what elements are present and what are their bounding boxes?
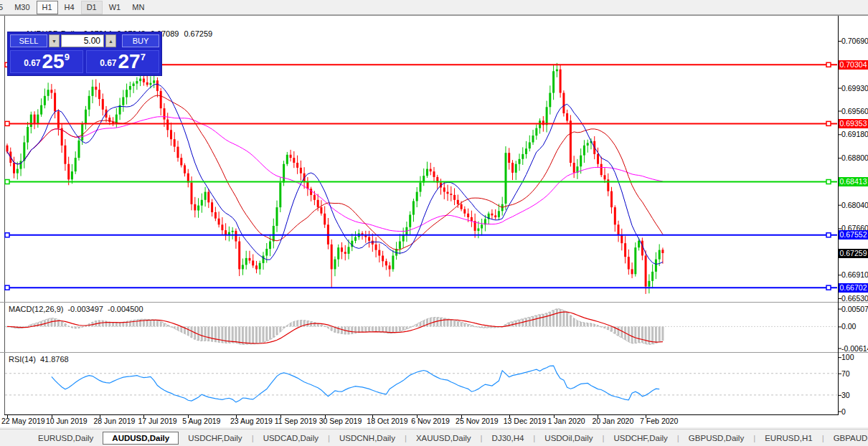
price-level-badge: 0.70304	[839, 60, 868, 70]
rsi-axis-label: 0	[841, 407, 846, 416]
rsi-value: 41.8768	[40, 355, 69, 364]
chart-tab-usdoil-daily[interactable]: USDOil,Daily	[535, 432, 602, 445]
date-label: 6 Nov 2019	[411, 417, 450, 425]
rsi-label: RSI(14)41.8768	[9, 355, 73, 364]
chart-tab-gbpusd-daily[interactable]: GBPUSD,Daily	[679, 432, 753, 445]
y-axis-tick-label: 0.70690	[841, 37, 868, 45]
y-axis-tick-label: 0.66530	[841, 294, 868, 303]
candlestick-series	[6, 63, 664, 294]
one-click-trading-panel: SELL ▼ ▲ BUY 0.67 25 9 0.67 27 7	[7, 32, 162, 76]
chart-tab-eurusd-h1[interactable]: EURUSD,H1	[755, 432, 821, 445]
y-axis-tick-label: 0.66910	[841, 270, 868, 279]
bid-quote-button[interactable]: 0.67 25 9	[10, 50, 83, 73]
rsi-line	[52, 366, 659, 402]
date-label: 28 Jun 2019	[94, 417, 136, 425]
macd-label: MACD(12,26,9)-0.003497-0.004500	[9, 305, 148, 313]
axis-tick-marks	[8, 42, 842, 419]
date-label: 7 Feb 2020	[640, 417, 678, 425]
date-label: 23 Aug 2019	[230, 417, 273, 425]
date-label: 1 Jan 2020	[548, 417, 585, 425]
chart-tab-usdchf-daily[interactable]: USDCHF,Daily	[604, 432, 676, 445]
ma-mid-line	[7, 95, 663, 250]
y-axis-tick-label: 0.68800	[841, 153, 868, 162]
chart-tab-usdcad-daily[interactable]: USDCAD,Daily	[254, 432, 328, 445]
chart-tab-eurusd-daily[interactable]: EURUSD,Daily	[29, 432, 103, 445]
macd-title: MACD(12,26,9)	[9, 305, 63, 313]
ask-price-big: 27	[118, 52, 140, 71]
macd-axis-label: -0.006148	[841, 344, 868, 353]
macd-value-main: -0.003497	[67, 305, 103, 313]
price-level-badge: 0.68413	[839, 177, 868, 186]
chart-tab-gbpaud-h1[interactable]: GBPAUD,H1	[824, 432, 868, 445]
chart-tab-dj30-h4[interactable]: DJ30,H4	[483, 432, 534, 445]
date-label: 17 Jul 2019	[138, 417, 176, 425]
time-axis-line	[4, 414, 839, 415]
buy-button[interactable]: BUY	[122, 34, 159, 47]
rsi-axis-label: 30	[841, 391, 850, 399]
ask-price-prefix: 0.67	[100, 58, 116, 68]
chart-tab-usdcnh-daily[interactable]: USDCNH,Daily	[330, 432, 405, 445]
price-level-badge: 0.69353	[839, 119, 868, 128]
volume-decrease-button[interactable]: ▼	[49, 34, 60, 47]
volume-increase-button[interactable]: ▲	[105, 34, 116, 47]
pane-separator-macd[interactable]	[0, 302, 868, 303]
bid-price-big: 25	[42, 52, 64, 71]
macd-indicator	[5, 309, 837, 345]
price-axis-line	[838, 16, 839, 414]
date-label: 22 May 2019	[1, 417, 45, 425]
bid-price-pip: 9	[65, 52, 70, 62]
price-level-badge: 0.67552	[839, 230, 868, 239]
bid-price-prefix: 0.67	[24, 58, 40, 68]
price-level-badge: 0.66702	[839, 283, 868, 293]
chart-tab-usdchf-daily[interactable]: USDCHF,Daily	[179, 432, 251, 445]
date-label: 25 Nov 2019	[456, 417, 499, 425]
y-axis-tick-label: 0.69180	[841, 130, 868, 138]
date-label: 13 Dec 2019	[504, 417, 547, 425]
trading-terminal: 5M30H1H4D1W1MN ▲AUDUSD,Daily0.673140.673…	[0, 0, 868, 446]
date-label: 5 Aug 2019	[182, 417, 220, 425]
chart-tab-xauusd-daily[interactable]: XAUUSD,Daily	[407, 432, 481, 445]
ma-slow-line	[7, 117, 663, 232]
date-label: 10 Jun 2019	[46, 417, 88, 425]
ohlc-close: 0.67259	[184, 29, 212, 38]
sell-button[interactable]: SELL	[10, 34, 47, 47]
macd-axis-label: 0.00	[841, 322, 856, 331]
date-label: 20 Jan 2020	[592, 417, 633, 425]
current-price-badge: 0.67259	[839, 249, 868, 258]
chart-tab-bar: EURUSD,DailyAUDUSD,DailyUSDCHF,Daily|USD…	[0, 429, 868, 446]
y-axis-tick-label: 0.69560	[841, 107, 868, 115]
rsi-axis-label: 70	[841, 369, 850, 378]
pane-separator-rsi[interactable]	[0, 352, 868, 353]
rsi-indicator	[5, 366, 837, 402]
y-axis-tick-label: 0.68040	[841, 201, 868, 209]
y-axis-tick-label: 0.69930	[841, 84, 868, 92]
chart-tab-audusd-daily[interactable]: AUDUSD,Daily	[103, 432, 179, 445]
volume-input[interactable]	[61, 34, 104, 47]
macd-value-signal: -0.004500	[108, 305, 143, 313]
macd-axis-label: 0.005076	[841, 305, 868, 313]
rsi-axis-label: 100	[841, 353, 854, 361]
ask-price-pip: 7	[141, 52, 146, 62]
date-label: 11 Sep 2019	[275, 417, 317, 425]
ask-quote-button[interactable]: 0.67 27 7	[86, 50, 159, 73]
date-label: 18 Oct 2019	[367, 417, 407, 425]
date-label: 30 Sep 2019	[319, 417, 362, 425]
rsi-title: RSI(14)	[9, 355, 36, 364]
